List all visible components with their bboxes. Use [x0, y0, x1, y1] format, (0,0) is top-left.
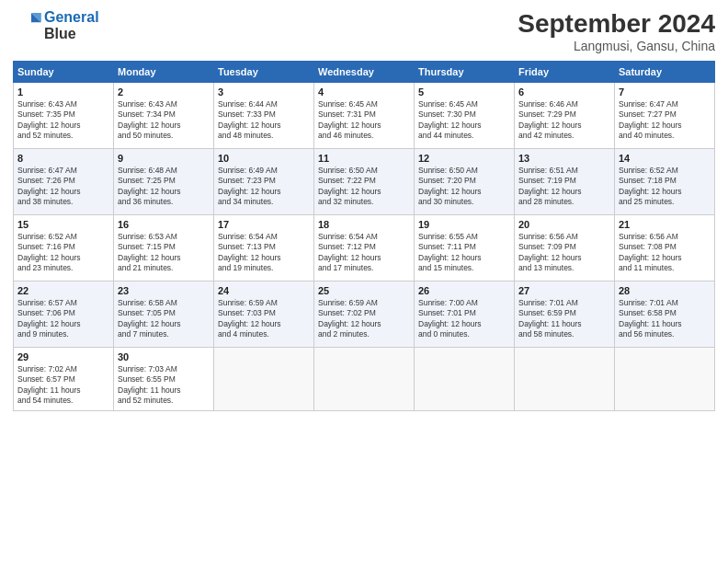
table-row: 2Sunrise: 6:43 AMSunset: 7:34 PMDaylight… [114, 83, 214, 149]
day-number: 30 [118, 351, 210, 362]
day-info: Sunrise: 6:45 AMSunset: 7:30 PMDaylight:… [418, 99, 510, 142]
day-number: 23 [118, 285, 210, 296]
col-saturday: Saturday [615, 62, 715, 83]
day-info: Sunrise: 6:47 AMSunset: 7:26 PMDaylight:… [17, 166, 109, 208]
day-number: 27 [518, 285, 610, 296]
day-number: 28 [619, 285, 711, 296]
table-row: 15Sunrise: 6:52 AMSunset: 7:16 PMDayligh… [14, 215, 114, 282]
day-number: 4 [318, 86, 410, 98]
day-number: 6 [518, 86, 610, 98]
day-number: 24 [218, 285, 310, 296]
day-info: Sunrise: 6:55 AMSunset: 7:11 PMDaylight:… [418, 232, 510, 274]
logo-line2: Blue [44, 26, 99, 42]
table-row: 8Sunrise: 6:47 AMSunset: 7:26 PMDaylight… [14, 149, 114, 215]
col-friday: Friday [515, 62, 615, 83]
day-info: Sunrise: 6:59 AMSunset: 7:03 PMDaylight:… [218, 298, 310, 340]
table-row: 17Sunrise: 6:54 AMSunset: 7:13 PMDayligh… [214, 215, 314, 282]
day-number: 15 [17, 219, 109, 230]
day-number: 20 [518, 219, 610, 230]
table-row: 28Sunrise: 7:01 AMSunset: 6:58 PMDayligh… [615, 282, 715, 348]
day-info: Sunrise: 6:47 AMSunset: 7:27 PMDaylight:… [619, 99, 711, 142]
day-info: Sunrise: 6:43 AMSunset: 7:35 PMDaylight:… [17, 99, 109, 142]
col-wednesday: Wednesday [314, 62, 415, 83]
day-info: Sunrise: 6:48 AMSunset: 7:25 PMDaylight:… [118, 166, 210, 208]
day-info: Sunrise: 6:57 AMSunset: 7:06 PMDaylight:… [17, 298, 109, 340]
table-row: 12Sunrise: 6:50 AMSunset: 7:20 PMDayligh… [415, 149, 515, 215]
table-row: 5Sunrise: 6:45 AMSunset: 7:30 PMDaylight… [415, 83, 515, 149]
calendar-week-row: 1Sunrise: 6:43 AMSunset: 7:35 PMDaylight… [14, 83, 715, 149]
day-number: 14 [619, 153, 711, 164]
day-info: Sunrise: 6:52 AMSunset: 7:16 PMDaylight:… [17, 232, 109, 274]
day-info: Sunrise: 6:44 AMSunset: 7:33 PMDaylight:… [218, 99, 310, 142]
calendar-week-row: 22Sunrise: 6:57 AMSunset: 7:06 PMDayligh… [14, 282, 715, 348]
table-row: 7Sunrise: 6:47 AMSunset: 7:27 PMDaylight… [615, 83, 715, 149]
day-info: Sunrise: 6:45 AMSunset: 7:31 PMDaylight:… [318, 99, 410, 142]
day-info: Sunrise: 6:46 AMSunset: 7:29 PMDaylight:… [518, 99, 610, 142]
day-info: Sunrise: 7:02 AMSunset: 6:57 PMDaylight:… [17, 364, 109, 407]
table-row: 20Sunrise: 6:56 AMSunset: 7:09 PMDayligh… [515, 215, 615, 282]
calendar-week-row: 15Sunrise: 6:52 AMSunset: 7:16 PMDayligh… [14, 215, 715, 282]
day-number: 11 [318, 153, 410, 164]
table-row: 25Sunrise: 6:59 AMSunset: 7:02 PMDayligh… [314, 282, 415, 348]
title-block: September 2024 Langmusi, Gansu, China [518, 9, 715, 53]
day-info: Sunrise: 7:00 AMSunset: 7:01 PMDaylight:… [418, 298, 510, 340]
page-header: General Blue September 2024 Langmusi, Ga… [13, 9, 715, 53]
calendar-week-row: 8Sunrise: 6:47 AMSunset: 7:26 PMDaylight… [14, 149, 715, 215]
col-thursday: Thursday [415, 62, 515, 83]
calendar-table: Sunday Monday Tuesday Wednesday Thursday… [13, 61, 715, 411]
day-number: 26 [418, 285, 510, 296]
table-row: 14Sunrise: 6:52 AMSunset: 7:18 PMDayligh… [615, 149, 715, 215]
day-info: Sunrise: 7:01 AMSunset: 6:58 PMDaylight:… [619, 298, 711, 340]
table-row [615, 348, 715, 411]
day-info: Sunrise: 6:58 AMSunset: 7:05 PMDaylight:… [118, 298, 210, 340]
table-row [415, 348, 515, 411]
table-row: 16Sunrise: 6:53 AMSunset: 7:15 PMDayligh… [114, 215, 214, 282]
main-container: General Blue September 2024 Langmusi, Ga… [0, 0, 728, 420]
table-row: 4Sunrise: 6:45 AMSunset: 7:31 PMDaylight… [314, 83, 415, 149]
col-sunday: Sunday [14, 62, 114, 83]
day-number: 8 [17, 153, 109, 164]
day-info: Sunrise: 6:56 AMSunset: 7:09 PMDaylight:… [518, 232, 610, 274]
table-row: 3Sunrise: 6:44 AMSunset: 7:33 PMDaylight… [214, 83, 314, 149]
day-info: Sunrise: 6:51 AMSunset: 7:19 PMDaylight:… [518, 166, 610, 208]
day-info: Sunrise: 6:53 AMSunset: 7:15 PMDaylight:… [118, 232, 210, 274]
day-info: Sunrise: 6:59 AMSunset: 7:02 PMDaylight:… [318, 298, 410, 340]
table-row: 22Sunrise: 6:57 AMSunset: 7:06 PMDayligh… [14, 282, 114, 348]
day-number: 17 [218, 219, 310, 230]
calendar-week-row: 29Sunrise: 7:02 AMSunset: 6:57 PMDayligh… [14, 348, 715, 411]
day-number: 19 [418, 219, 510, 230]
logo-icon [15, 10, 42, 38]
logo: General Blue [13, 9, 99, 41]
day-number: 9 [118, 153, 210, 164]
table-row: 10Sunrise: 6:49 AMSunset: 7:23 PMDayligh… [214, 149, 314, 215]
day-number: 7 [619, 86, 711, 98]
logo-line1: General [44, 9, 99, 26]
day-number: 21 [619, 219, 711, 230]
col-tuesday: Tuesday [214, 62, 314, 83]
month-title: September 2024 [518, 9, 715, 39]
table-row: 29Sunrise: 7:02 AMSunset: 6:57 PMDayligh… [14, 348, 114, 411]
location: Langmusi, Gansu, China [518, 39, 715, 53]
table-row: 11Sunrise: 6:50 AMSunset: 7:22 PMDayligh… [314, 149, 415, 215]
day-info: Sunrise: 7:01 AMSunset: 6:59 PMDaylight:… [518, 298, 610, 340]
table-row [314, 348, 415, 411]
day-info: Sunrise: 6:54 AMSunset: 7:13 PMDaylight:… [218, 232, 310, 274]
day-info: Sunrise: 6:50 AMSunset: 7:22 PMDaylight:… [318, 166, 410, 208]
table-row [214, 348, 314, 411]
day-number: 25 [318, 285, 410, 296]
table-row: 19Sunrise: 6:55 AMSunset: 7:11 PMDayligh… [415, 215, 515, 282]
table-row: 18Sunrise: 6:54 AMSunset: 7:12 PMDayligh… [314, 215, 415, 282]
table-row: 26Sunrise: 7:00 AMSunset: 7:01 PMDayligh… [415, 282, 515, 348]
day-number: 3 [218, 86, 310, 98]
header-row: Sunday Monday Tuesday Wednesday Thursday… [14, 62, 715, 83]
day-info: Sunrise: 6:49 AMSunset: 7:23 PMDaylight:… [218, 166, 310, 208]
day-number: 2 [118, 86, 210, 98]
table-row: 27Sunrise: 7:01 AMSunset: 6:59 PMDayligh… [515, 282, 615, 348]
day-info: Sunrise: 6:52 AMSunset: 7:18 PMDaylight:… [619, 166, 711, 208]
table-row: 21Sunrise: 6:56 AMSunset: 7:08 PMDayligh… [615, 215, 715, 282]
day-info: Sunrise: 6:56 AMSunset: 7:08 PMDaylight:… [619, 232, 711, 274]
table-row: 6Sunrise: 6:46 AMSunset: 7:29 PMDaylight… [515, 83, 615, 149]
day-number: 5 [418, 86, 510, 98]
day-number: 29 [17, 351, 109, 362]
table-row [515, 348, 615, 411]
